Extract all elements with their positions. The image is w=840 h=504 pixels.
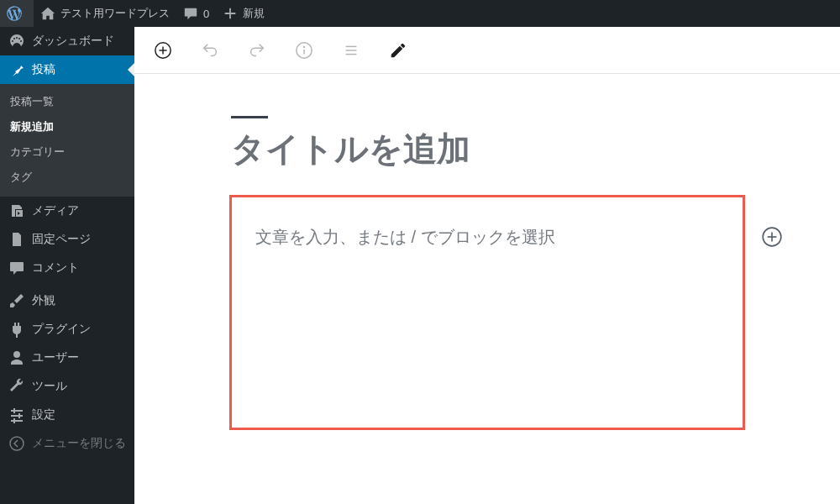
comments-count: 0 — [203, 8, 209, 20]
post-title-input[interactable] — [231, 130, 743, 168]
posts-submenu: 投稿一覧 新規追加 カテゴリー タグ — [0, 84, 134, 197]
admin-sidebar: ダッシュボード 投稿 投稿一覧 新規追加 カテゴリー タグ メディア 固定ページ… — [0, 27, 134, 504]
media-icon — [8, 202, 25, 219]
comments-icon — [8, 260, 25, 276]
title-decoration — [231, 116, 268, 118]
sidebar-item-posts[interactable]: 投稿 — [0, 55, 134, 84]
plus-circle-icon — [154, 41, 172, 60]
subitem-all-posts[interactable]: 投稿一覧 — [0, 89, 134, 114]
redo-button[interactable] — [242, 35, 272, 66]
site-home-link[interactable]: テスト用ワードプレス — [34, 0, 176, 27]
page-icon — [8, 231, 25, 248]
pin-icon — [8, 61, 25, 78]
sidebar-item-label: メニューを閉じる — [32, 436, 126, 451]
sidebar-item-label: コメント — [32, 260, 79, 276]
sidebar-item-label: ダッシュボード — [32, 34, 114, 49]
plus-icon — [223, 6, 238, 21]
list-icon — [342, 41, 360, 60]
insert-block-side-button[interactable] — [761, 226, 785, 249]
redo-icon — [248, 41, 266, 60]
plus-circle-icon — [761, 226, 783, 248]
wp-logo-menu[interactable] — [0, 0, 34, 27]
info-button[interactable] — [289, 35, 319, 66]
pencil-icon — [389, 41, 407, 60]
subitem-tags[interactable]: タグ — [0, 165, 134, 190]
new-label: 新規 — [243, 6, 265, 21]
content-placeholder: 文章を入力、または / でブロックを選択 — [255, 226, 719, 249]
sidebar-item-label: ツール — [32, 379, 67, 394]
site-name-label: テスト用ワードプレス — [60, 6, 170, 21]
svg-point-6 — [304, 46, 305, 47]
collapse-icon — [8, 435, 25, 452]
sidebar-item-label: 投稿 — [32, 62, 55, 77]
add-block-button[interactable] — [148, 35, 178, 66]
new-content-link[interactable]: 新規 — [216, 0, 271, 27]
outline-button[interactable] — [336, 35, 366, 66]
sidebar-item-tools[interactable]: ツール — [0, 372, 134, 401]
sidebar-item-dashboard[interactable]: ダッシュボード — [0, 27, 134, 55]
editor-body: 文章を入力、または / でブロックを選択 — [134, 74, 840, 430]
admin-bar: テスト用ワードプレス 0 新規 — [0, 0, 840, 27]
wrench-icon — [8, 378, 25, 395]
undo-icon — [201, 41, 219, 60]
dashboard-icon — [8, 33, 25, 50]
brush-icon — [8, 292, 25, 309]
sidebar-item-label: 固定ページ — [32, 232, 91, 247]
sidebar-item-comments[interactable]: コメント — [0, 254, 134, 282]
sidebar-item-label: 外観 — [32, 293, 55, 308]
sidebar-item-label: ユーザー — [32, 350, 79, 365]
content-block-highlight[interactable]: 文章を入力、または / でブロックを選択 — [229, 195, 745, 430]
editor-toolbar — [134, 27, 840, 74]
wordpress-icon — [7, 6, 22, 21]
subitem-categories[interactable]: カテゴリー — [0, 139, 134, 165]
sliders-icon — [8, 407, 25, 423]
plugin-icon — [8, 321, 25, 338]
svg-point-0 — [10, 437, 24, 450]
info-icon — [295, 41, 313, 60]
sidebar-item-label: プラグイン — [32, 322, 91, 337]
sidebar-item-plugins[interactable]: プラグイン — [0, 315, 134, 344]
sidebar-item-pages[interactable]: 固定ページ — [0, 225, 134, 254]
sidebar-item-media[interactable]: メディア — [0, 197, 134, 225]
sidebar-item-collapse[interactable]: メニューを閉じる — [0, 429, 134, 458]
user-icon — [8, 349, 25, 366]
editor-canvas: 文章を入力、または / でブロックを選択 — [134, 27, 840, 504]
comment-icon — [183, 6, 198, 21]
undo-button[interactable] — [195, 35, 225, 66]
sidebar-item-label: 設定 — [32, 407, 55, 423]
sidebar-item-users[interactable]: ユーザー — [0, 344, 134, 372]
edit-mode-button[interactable] — [383, 35, 413, 66]
title-block[interactable] — [231, 116, 743, 168]
sidebar-item-settings[interactable]: 設定 — [0, 401, 134, 429]
sidebar-item-appearance[interactable]: 外観 — [0, 286, 134, 315]
home-icon — [40, 6, 55, 21]
comments-link[interactable]: 0 — [176, 0, 216, 27]
subitem-new-post[interactable]: 新規追加 — [0, 114, 134, 139]
sidebar-item-label: メディア — [32, 203, 79, 218]
